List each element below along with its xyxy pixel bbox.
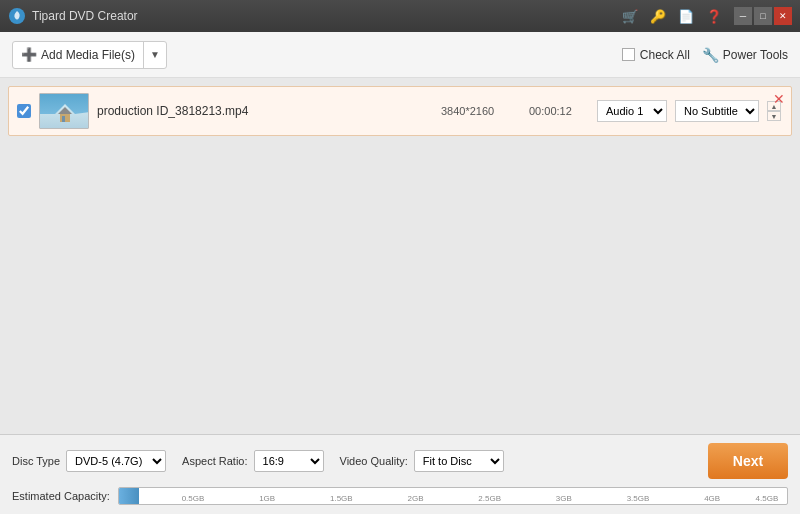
toolbar-right: Check All 🔧 Power Tools bbox=[622, 47, 788, 63]
app-title: Tipard DVD Creator bbox=[32, 9, 618, 23]
disc-type-group: Disc Type DVD-5 (4.7G) DVD-9 (8.5G) Blu-… bbox=[12, 450, 166, 472]
add-media-main[interactable]: ➕ Add Media File(s) bbox=[13, 42, 144, 68]
add-media-dropdown-arrow[interactable]: ▼ bbox=[144, 42, 166, 68]
key-icon[interactable]: 🔑 bbox=[646, 7, 670, 26]
toolbar-icons: 🛒 🔑 📄 ❓ bbox=[618, 7, 726, 26]
aspect-ratio-group: Aspect Ratio: 16:9 4:3 bbox=[182, 450, 323, 472]
minimize-button[interactable]: ─ bbox=[734, 7, 752, 25]
chevron-down-icon: ▼ bbox=[150, 49, 160, 60]
add-media-button[interactable]: ➕ Add Media File(s) ▼ bbox=[12, 41, 167, 69]
tick-4-5gb: 4.5GB bbox=[756, 494, 779, 503]
wrench-icon: 🔧 bbox=[702, 47, 719, 63]
media-remove-button[interactable]: ✕ bbox=[773, 91, 785, 107]
bottom-controls: Disc Type DVD-5 (4.7G) DVD-9 (8.5G) Blu-… bbox=[12, 443, 788, 479]
bottom-bar: Disc Type DVD-5 (4.7G) DVD-9 (8.5G) Blu-… bbox=[0, 434, 800, 514]
power-tools-label: Power Tools bbox=[723, 48, 788, 62]
media-audio-select[interactable]: Audio 1 Audio 2 bbox=[597, 100, 667, 122]
video-quality-label: Video Quality: bbox=[340, 455, 408, 467]
thumbnail-image bbox=[40, 94, 89, 129]
tick-2-5gb: 2.5GB bbox=[478, 494, 501, 503]
main-toolbar: ➕ Add Media File(s) ▼ Check All 🔧 Power … bbox=[0, 32, 800, 78]
capacity-bar-fill bbox=[119, 488, 139, 504]
video-quality-group: Video Quality: Fit to Disc High Medium L… bbox=[340, 450, 504, 472]
window-controls: ─ □ ✕ bbox=[734, 7, 792, 25]
estimated-capacity-label: Estimated Capacity: bbox=[12, 490, 110, 502]
disc-type-select[interactable]: DVD-5 (4.7G) DVD-9 (8.5G) Blu-ray 25G Bl… bbox=[66, 450, 166, 472]
power-tools-button[interactable]: 🔧 Power Tools bbox=[702, 47, 788, 63]
tick-1-5gb: 1.5GB bbox=[330, 494, 353, 503]
register-icon[interactable]: 📄 bbox=[674, 7, 698, 26]
next-button[interactable]: Next bbox=[708, 443, 788, 479]
add-media-label: Add Media File(s) bbox=[41, 48, 135, 62]
media-item-checkbox[interactable] bbox=[17, 104, 31, 118]
close-button[interactable]: ✕ bbox=[774, 7, 792, 25]
check-all-label: Check All bbox=[640, 48, 690, 62]
aspect-ratio-label: Aspect Ratio: bbox=[182, 455, 247, 467]
aspect-ratio-select[interactable]: 16:9 4:3 bbox=[254, 450, 324, 472]
media-subtitle-select[interactable]: No Subtitle Subtitle 1 bbox=[675, 100, 759, 122]
media-filename: production ID_3818213.mp4 bbox=[97, 104, 433, 118]
media-duration: 00:00:12 bbox=[529, 105, 589, 117]
media-resolution: 3840*2160 bbox=[441, 105, 521, 117]
app-logo bbox=[8, 7, 26, 25]
tick-3gb: 3GB bbox=[556, 494, 572, 503]
tick-2gb: 2GB bbox=[407, 494, 423, 503]
check-all-control[interactable]: Check All bbox=[622, 48, 690, 62]
media-thumbnail bbox=[39, 93, 89, 129]
add-icon: ➕ bbox=[21, 47, 37, 62]
tick-0-5gb: 0.5GB bbox=[182, 494, 205, 503]
tick-1gb: 1GB bbox=[259, 494, 275, 503]
cart-icon[interactable]: 🛒 bbox=[618, 7, 642, 26]
svg-rect-5 bbox=[62, 116, 65, 122]
disc-type-label: Disc Type bbox=[12, 455, 60, 467]
maximize-button[interactable]: □ bbox=[754, 7, 772, 25]
help-icon[interactable]: ❓ bbox=[702, 7, 726, 26]
tick-3-5gb: 3.5GB bbox=[627, 494, 650, 503]
tick-4gb: 4GB bbox=[704, 494, 720, 503]
capacity-row: Estimated Capacity: 0.5GB 1GB 1.5GB 2GB … bbox=[12, 487, 788, 505]
title-bar: Tipard DVD Creator 🛒 🔑 📄 ❓ ─ □ ✕ bbox=[0, 0, 800, 32]
media-item: production ID_3818213.mp4 3840*2160 00:0… bbox=[8, 86, 792, 136]
media-move-down-button[interactable]: ▼ bbox=[767, 111, 781, 121]
media-list-area: production ID_3818213.mp4 3840*2160 00:0… bbox=[0, 78, 800, 434]
check-all-checkbox[interactable] bbox=[622, 48, 635, 61]
capacity-bar: 0.5GB 1GB 1.5GB 2GB 2.5GB 3GB 3.5GB 4GB … bbox=[118, 487, 788, 505]
video-quality-select[interactable]: Fit to Disc High Medium Low bbox=[414, 450, 504, 472]
